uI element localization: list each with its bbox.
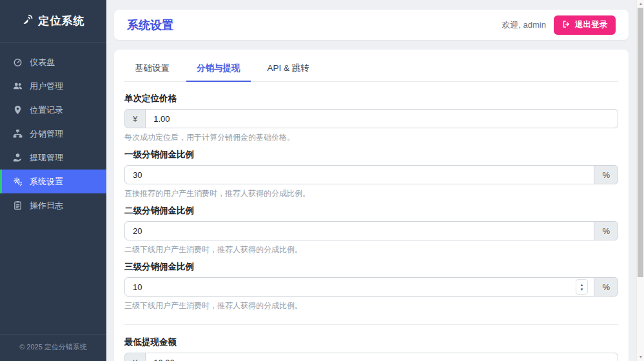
tab-api-redirect[interactable]: API & 跳转 <box>257 57 320 82</box>
field-level1-commission: 一级分销佣金比例 % 直接推荐的用户产生消费时，推荐人获得的分成比例。 <box>124 149 618 199</box>
number-spinner[interactable]: ▲▼ <box>576 279 588 295</box>
sidebar-item-label: 系统设置 <box>30 176 63 188</box>
vertical-scrollbar[interactable]: ▲ ▼ <box>636 0 644 361</box>
sidebar-footer: © 2025 定位分销系统 <box>0 334 106 361</box>
dashboard-icon <box>12 57 23 68</box>
scroll-down-arrow[interactable]: ▼ <box>637 354 644 360</box>
sidebar-item-location-records[interactable]: 位置记录 <box>0 98 106 122</box>
sidebar-item-users[interactable]: 用户管理 <box>0 74 106 98</box>
field-label: 最低提现金额 <box>124 337 618 348</box>
settings-form: 单次定位价格 ¥ 每次成功定位后，用于计算分销佣金的基础价格。 一级分销佣金比例… <box>124 82 618 361</box>
settings-card: 基础设置 分销与提现 API & 跳转 单次定位价格 ¥ 每次成功定位后，用于计… <box>114 50 629 361</box>
sidebar-item-system-settings[interactable]: 系统设置 <box>0 170 106 193</box>
min-withdrawal-input[interactable] <box>145 353 618 361</box>
percent-suffix: % <box>594 165 618 184</box>
scrollbar-thumb[interactable] <box>638 8 643 277</box>
sitemap-icon <box>12 129 23 139</box>
page-title: 系统设置 <box>127 17 173 33</box>
price-per-location-input[interactable] <box>145 109 618 128</box>
logs-icon <box>12 200 23 211</box>
field-label: 二级分销佣金比例 <box>124 205 618 217</box>
field-price-per-location: 单次定位价格 ¥ 每次成功定位后，用于计算分销佣金的基础价格。 <box>124 93 618 143</box>
level2-commission-input[interactable] <box>124 221 594 240</box>
currency-prefix: ¥ <box>124 109 146 128</box>
satellite-dish-icon <box>22 14 34 28</box>
users-icon <box>12 81 23 92</box>
sign-out-icon <box>562 20 571 30</box>
sidebar-item-label: 仪表盘 <box>30 57 55 68</box>
sidebar-item-operation-logs[interactable]: 操作日志 <box>0 193 106 217</box>
percent-suffix: % <box>594 277 618 297</box>
scroll-up-arrow[interactable]: ▲ <box>637 1 644 7</box>
sidebar-item-label: 用户管理 <box>30 81 63 92</box>
settings-tabs: 基础设置 分销与提现 API & 跳转 <box>124 57 618 82</box>
field-help: 三级下线用户产生消费时，推荐人获得的分成比例。 <box>124 300 618 311</box>
level1-commission-input[interactable] <box>124 165 594 184</box>
field-level2-commission: 二级分销佣金比例 % 二级下线用户产生消费时，推荐人获得的分成比例。 <box>124 205 618 255</box>
sidebar-item-label: 位置记录 <box>30 104 63 116</box>
withdraw-icon <box>12 153 23 163</box>
sidebar-item-label: 操作日志 <box>30 200 63 211</box>
user-area: 欢迎, admin 退出登录 <box>502 15 616 35</box>
sidebar-item-distribution[interactable]: 分销管理 <box>0 122 106 146</box>
level3-commission-input[interactable] <box>124 277 594 297</box>
main-content: 系统设置 欢迎, admin 退出登录 基础设置 分销与提现 API & 跳转 … <box>106 0 636 361</box>
field-label: 一级分销佣金比例 <box>124 149 618 161</box>
logout-button[interactable]: 退出登录 <box>554 15 616 35</box>
logout-button-label: 退出登录 <box>575 19 607 30</box>
field-level3-commission: 三级分销佣金比例 ▲▼ % 三级下线用户产生消费时，推荐人获得的分成比例。 <box>124 261 618 311</box>
app-logo-text: 定位系统 <box>39 14 85 28</box>
page-header: 系统设置 欢迎, admin 退出登录 <box>114 10 629 40</box>
field-help: 每次成功定位后，用于计算分销佣金的基础价格。 <box>124 132 618 143</box>
field-min-withdrawal: 最低提现金额 ¥ 用户申请提现时，允许的最低金额。 <box>124 337 618 361</box>
sidebar-nav: 仪表盘 用户管理 位置记录 <box>0 43 106 334</box>
percent-suffix: % <box>594 221 618 240</box>
tab-distribution-withdrawal[interactable]: 分销与提现 <box>186 57 251 82</box>
app-logo[interactable]: 定位系统 <box>0 0 106 43</box>
field-help: 二级下线用户产生消费时，推荐人获得的分成比例。 <box>124 244 618 255</box>
field-label: 单次定位价格 <box>124 93 618 104</box>
settings-icon <box>12 177 23 187</box>
section-divider <box>124 324 618 325</box>
sidebar-item-label: 提现管理 <box>30 152 63 164</box>
field-help: 直接推荐的用户产生消费时，推荐人获得的分成比例。 <box>124 188 618 199</box>
welcome-text: 欢迎, admin <box>502 19 546 31</box>
field-label: 三级分销佣金比例 <box>124 261 618 273</box>
location-icon <box>12 105 23 115</box>
sidebar-item-label: 分销管理 <box>30 128 63 140</box>
tab-basic-settings[interactable]: 基础设置 <box>124 57 180 82</box>
sidebar: 定位系统 仪表盘 用户管理 <box>0 0 106 361</box>
sidebar-item-dashboard[interactable]: 仪表盘 <box>0 50 106 74</box>
sidebar-item-withdrawals[interactable]: 提现管理 <box>0 146 106 170</box>
currency-prefix: ¥ <box>124 353 146 361</box>
